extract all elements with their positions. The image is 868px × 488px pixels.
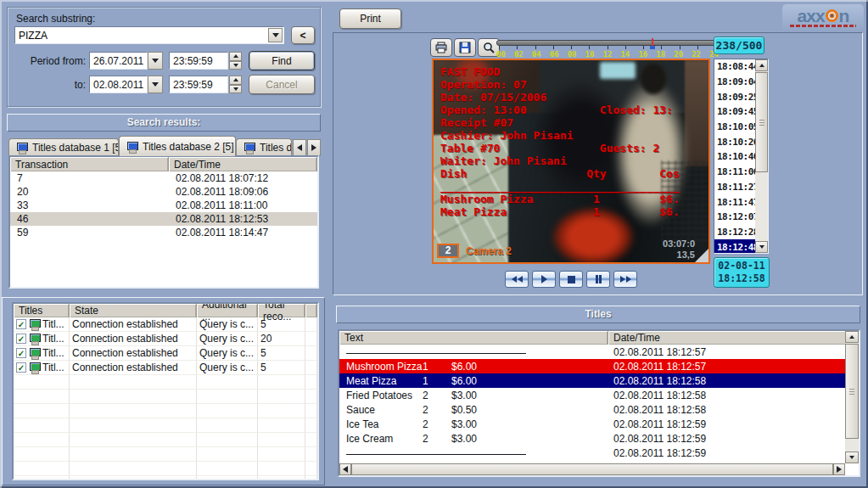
timestamp-item[interactable]: 18:12:48 xyxy=(714,239,755,253)
tab-scroll-right-button[interactable] xyxy=(307,139,321,156)
time-to-spinner[interactable]: 23:59:59 xyxy=(169,76,242,93)
column-header-titles[interactable]: Titles xyxy=(14,304,70,317)
transaction-cell: 7 xyxy=(10,172,169,184)
timestamp-item[interactable]: 18:08:44 xyxy=(714,59,755,75)
database-row[interactable]: ✓Titl...Connection establishedQuery is c… xyxy=(14,346,317,361)
timestamp-item[interactable]: 18:09:04 xyxy=(714,75,755,90)
scroll-up-button[interactable] xyxy=(845,331,859,343)
spin-up-button[interactable] xyxy=(229,76,242,85)
date-to-picker[interactable]: 02.08.2011 xyxy=(89,76,163,93)
column-header-datetime[interactable]: Date/Time xyxy=(608,331,859,345)
search-input[interactable] xyxy=(16,28,269,42)
column-header-datetime[interactable]: Date/Time xyxy=(169,157,317,171)
scrollbar-thumb[interactable] xyxy=(845,344,859,439)
title-row[interactable]: Ice Cream2$3.0002.08.2011 18:12:59 xyxy=(339,431,845,446)
state-cell xyxy=(70,433,197,447)
title-row[interactable]: 02.08.2011 18:12:59 xyxy=(339,446,845,460)
search-result-row[interactable]: 5902.08.2011 18:14:47 xyxy=(10,226,317,239)
database-row[interactable]: ✓Titl...Connection establishedQuery is c… xyxy=(14,361,317,375)
print-frame-button[interactable] xyxy=(430,38,452,57)
timestamp-item[interactable]: 18:11:27 xyxy=(714,180,755,195)
find-button[interactable]: Find xyxy=(249,51,315,70)
tab-titles-database-1[interactable]: Titles database 1 [5] xyxy=(8,138,119,156)
timestamp-item[interactable]: 18:11:06 xyxy=(714,165,755,180)
timestamp-item[interactable]: 18:11:47 xyxy=(714,194,755,210)
scroll-left-button[interactable] xyxy=(339,463,351,475)
search-result-row[interactable]: 3302.08.2011 18:11:00 xyxy=(10,199,317,212)
title-row[interactable]: Mushroom Pizza1$6.0002.08.2011 18:12:57 xyxy=(339,359,845,373)
column-header-state[interactable]: State xyxy=(70,304,197,317)
scroll-right-button[interactable] xyxy=(833,463,845,475)
scroll-up-button[interactable] xyxy=(755,59,768,71)
scrollbar-thumb[interactable] xyxy=(351,463,833,475)
save-frame-button[interactable] xyxy=(454,38,476,57)
timestamp-item[interactable]: 18:12:28 xyxy=(714,225,755,240)
search-result-row[interactable]: 702.08.2011 18:07:12 xyxy=(10,171,317,185)
date-to-dropdown-button[interactable] xyxy=(148,76,163,93)
time-to-value[interactable]: 23:59:59 xyxy=(169,76,228,93)
timeline-tick-label: 00 xyxy=(496,50,506,59)
search-substring-combobox[interactable] xyxy=(14,26,284,44)
tab-titles-database-2[interactable]: Titles database 2 [5] xyxy=(119,136,236,156)
checkbox-checked-icon[interactable]: ✓ xyxy=(16,334,26,344)
timestamp-item[interactable]: 18:09:45 xyxy=(714,104,755,120)
title-row[interactable]: 02.08.2011 18:12:57 xyxy=(339,345,845,359)
cancel-button[interactable]: Cancel xyxy=(249,75,315,94)
tab-titles-database-3[interactable]: Titles dat. xyxy=(236,138,292,156)
column-header-transaction[interactable]: Transaction xyxy=(10,157,169,171)
column-header-total-records[interactable]: Total reco... xyxy=(258,304,305,317)
scroll-down-button[interactable] xyxy=(755,241,768,253)
timestamps-scrollbar[interactable] xyxy=(755,59,768,253)
resize-grip-icon[interactable] xyxy=(695,249,708,262)
empty-cell xyxy=(305,317,317,332)
database-row[interactable]: ✓Titl...Connection establishedQuery is c… xyxy=(14,317,317,332)
titles-vertical-scrollbar[interactable] xyxy=(845,331,859,463)
timestamp-item[interactable]: 18:10:46 xyxy=(714,149,755,165)
search-dropdown-button[interactable] xyxy=(268,28,283,42)
title-row[interactable]: Meat Pizza1$6.0002.08.2011 18:12:58 xyxy=(339,373,845,388)
date-from-picker[interactable]: 26.07.2011 xyxy=(89,52,163,70)
column-header-text[interactable]: Text xyxy=(339,331,608,345)
scroll-down-button[interactable] xyxy=(845,452,859,463)
spin-down-button[interactable] xyxy=(229,85,242,94)
timestamp-item[interactable]: 18:12:07 xyxy=(714,210,755,225)
timestamp-item[interactable]: 18:10:26 xyxy=(714,134,755,149)
print-button[interactable]: Print xyxy=(339,8,401,29)
step-forward-button[interactable] xyxy=(613,271,637,288)
current-datetime-display: 02-08-11 18:12:58 xyxy=(714,257,770,288)
tab-scroll-left-button[interactable] xyxy=(293,139,306,156)
checkbox-checked-icon[interactable]: ✓ xyxy=(16,348,26,358)
titles-horizontal-scrollbar[interactable] xyxy=(339,463,845,475)
timestamp-item[interactable]: 18:09:25 xyxy=(714,89,755,104)
item-qty: 2 xyxy=(423,404,428,416)
timeline-bar[interactable] xyxy=(496,40,719,46)
overlay-line: Dish Qty Cos xyxy=(440,167,680,180)
checkbox-checked-icon[interactable]: ✓ xyxy=(16,319,26,329)
date-to-value[interactable]: 02.08.2011 xyxy=(89,76,148,93)
search-result-row[interactable]: 4602.08.2011 18:12:53 xyxy=(10,212,317,226)
video-corner-info: 03:07:0 13,5 xyxy=(663,238,695,261)
checkbox-checked-icon[interactable]: ✓ xyxy=(16,362,26,373)
time-from-value[interactable]: 23:59:59 xyxy=(169,52,228,70)
column-header-additional[interactable]: Additional ... xyxy=(197,304,258,317)
item-qty: 1 xyxy=(423,375,428,387)
date-from-dropdown-button[interactable] xyxy=(148,52,163,70)
empty-row xyxy=(14,433,317,447)
title-row[interactable]: Sauce2$0.5002.08.2011 18:12:58 xyxy=(339,402,845,417)
title-row[interactable]: Ice Tea2$3.0002.08.2011 18:12:59 xyxy=(339,417,845,431)
time-from-spinner[interactable]: 23:59:59 xyxy=(169,52,242,70)
pause-button[interactable] xyxy=(586,271,610,288)
step-back-button[interactable] xyxy=(505,271,529,288)
stop-button[interactable] xyxy=(559,271,583,288)
spin-up-button[interactable] xyxy=(229,52,242,61)
item-name: Meat Pizza xyxy=(346,375,396,387)
play-button[interactable] xyxy=(532,271,556,288)
database-row[interactable]: ✓Titl...Connection establishedQuery is c… xyxy=(14,332,317,346)
search-result-row[interactable]: 2002.08.2011 18:09:06 xyxy=(10,185,317,199)
date-from-value[interactable]: 26.07.2011 xyxy=(89,52,148,70)
spin-down-button[interactable] xyxy=(229,61,242,70)
collapse-button[interactable]: < xyxy=(291,26,315,44)
title-row[interactable]: Fried Potatoes2$3.0002.08.2011 18:12:58 xyxy=(339,388,845,402)
timestamp-item[interactable]: 18:10:05 xyxy=(714,120,755,135)
scrollbar-thumb[interactable] xyxy=(755,72,768,172)
